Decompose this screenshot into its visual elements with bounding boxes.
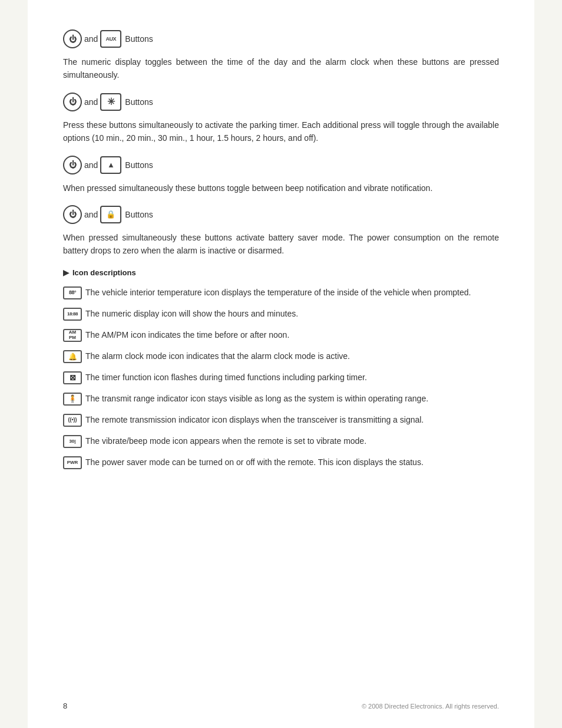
section2-body: Press these buttons simultaneously to ac…: [63, 118, 499, 145]
speaker-button-icon-3: ▲: [100, 156, 121, 174]
icon-desc-row-7: ((•)) The remote transmission indicator …: [63, 414, 499, 427]
section2-heading: ⏻ and ✳ Buttons: [63, 93, 499, 111]
icon-desc-row-4: 🔔 The alarm clock mode icon indicates th…: [63, 350, 499, 363]
icon-desc-text-9: The power saver mode can be turned on or…: [85, 456, 424, 469]
power-button-icon-2: ⏻: [63, 93, 82, 111]
buttons-label-2: Buttons: [125, 97, 153, 107]
section4-body: When pressed simultaneously these button…: [63, 231, 499, 258]
power-button-icon-1: ⏻: [63, 29, 82, 48]
icon-desc-text-2: The numeric display icon will show the h…: [85, 308, 298, 320]
star-button-icon-2: ✳: [100, 93, 121, 111]
section3-heading: ⏻ and ▲ Buttons: [63, 156, 499, 174]
icon-desc-row-3: AMPM The AM/PM icon indicates the time b…: [63, 329, 499, 342]
copyright-text: © 2008 Directed Electronics. All rights …: [362, 703, 499, 710]
and-text-3: and: [84, 160, 98, 170]
icon-desc-row-1: 88° The vehicle interior temperature ico…: [63, 286, 499, 299]
icon-desc-row-8: 30| The vibrate/beep mode icon appears w…: [63, 435, 499, 448]
arrow-right-icon: ▶: [63, 268, 69, 277]
icon-desc-text-5: The timer function icon flashes during t…: [85, 371, 367, 384]
icon-desc-row-6: 🧍 The transmit range indicator icon stay…: [63, 393, 499, 406]
icon-desc-text-7: The remote transmission indicator icon d…: [85, 414, 424, 426]
section-1: ⏻ and AUX Buttons The numeric display to…: [63, 29, 499, 82]
icon-desc-row-9: PWR The power saver mode can be turned o…: [63, 456, 499, 469]
buttons-label-4: Buttons: [125, 210, 153, 219]
vibrate-beep-icon: 30|: [63, 435, 82, 448]
buttons-label-1: Buttons: [125, 34, 153, 44]
and-text-1: and: [84, 34, 98, 44]
icon-desc-text-4: The alarm clock mode icon indicates that…: [85, 350, 350, 363]
icon-descriptions-heading: ▶ Icon descriptions: [63, 268, 499, 277]
icon-desc-text-6: The transmit range indicator icon stays …: [85, 393, 428, 405]
section1-body: The numeric display toggles between the …: [63, 55, 499, 82]
section1-heading: ⏻ and AUX Buttons: [63, 29, 499, 48]
section4-heading: ⏻ and 🔒 Buttons: [63, 205, 499, 224]
icon-desc-text-1: The vehicle interior temperature icon di…: [85, 286, 471, 299]
page: ⏻ and AUX Buttons The numeric display to…: [28, 0, 534, 728]
icon-descriptions-title: Icon descriptions: [72, 268, 136, 277]
power-button-icon-4: ⏻: [63, 205, 82, 224]
icon-desc-text-8: The vibrate/beep mode icon appears when …: [85, 435, 366, 447]
ampm-icon: AMPM: [63, 329, 82, 342]
section-2: ⏻ and ✳ Buttons Press these buttons simu…: [63, 93, 499, 145]
transmission-icon: ((•)): [63, 414, 82, 427]
transmit-range-icon: 🧍: [63, 393, 82, 406]
section3-body: When pressed simultaneously these button…: [63, 182, 499, 195]
alarm-clock-icon: 🔔: [63, 350, 82, 363]
section-4: ⏻ and 🔒 Buttons When pressed simultaneou…: [63, 205, 499, 258]
and-text-4: and: [84, 210, 98, 219]
section-3: ⏻ and ▲ Buttons When pressed simultaneou…: [63, 156, 499, 195]
timer-icon: ⊠: [63, 371, 82, 384]
lock-button-icon-4: 🔒: [100, 206, 121, 223]
temp-icon: 88°: [63, 286, 82, 299]
buttons-label-3: Buttons: [125, 160, 153, 170]
icon-desc-text-3: The AM/PM icon indicates the time before…: [85, 329, 289, 341]
icon-desc-row-2: 18:88 The numeric display icon will show…: [63, 308, 499, 321]
numeric-icon: 18:88: [63, 308, 82, 321]
aux-button-icon-1: AUX: [100, 30, 121, 48]
power-saver-icon: PWR: [63, 456, 82, 469]
and-text-2: and: [84, 97, 98, 107]
page-footer: 8 © 2008 Directed Electronics. All right…: [63, 701, 499, 710]
power-button-icon-3: ⏻: [63, 156, 82, 174]
icon-desc-row-5: ⊠ The timer function icon flashes during…: [63, 371, 499, 384]
page-number: 8: [63, 701, 67, 710]
